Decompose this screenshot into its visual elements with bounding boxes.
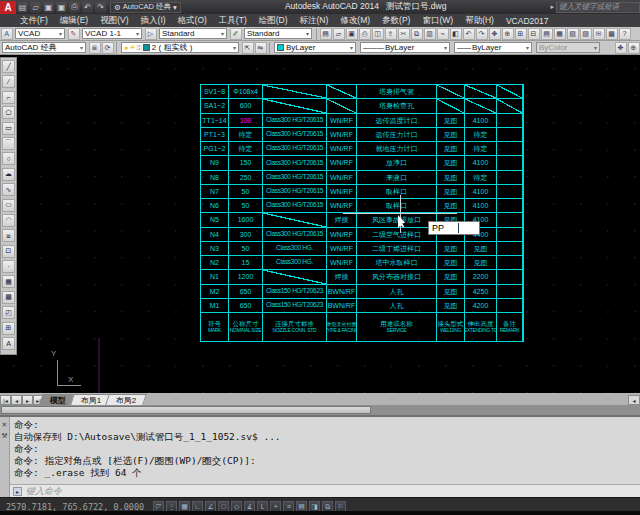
tool-palettes-icon[interactable]: ▧ (567, 28, 579, 40)
help-icon[interactable]: ? (619, 28, 631, 40)
save-as-icon[interactable]: ▣ (56, 2, 67, 13)
make-block-icon[interactable]: ⊡ (2, 245, 15, 258)
design-center-icon[interactable]: ▦ (554, 28, 566, 40)
layer-previous-icon[interactable]: ⇋ (255, 42, 267, 54)
zoom-window-icon[interactable]: ⊞ (515, 28, 527, 40)
zoom-previous-icon[interactable]: ⊟ (528, 28, 540, 40)
scrollbar-thumb[interactable] (1, 406, 371, 414)
open-file-icon[interactable]: ▱ (30, 2, 41, 13)
cut-icon[interactable]: ✂ (398, 28, 410, 40)
menu-标注(N)[interactable]: 标注(N) (294, 15, 335, 27)
tab-布局2[interactable]: 布局2 (106, 394, 148, 405)
plot-preview-icon[interactable]: ◫ (372, 28, 384, 40)
undo-icon[interactable]: ↶ (82, 2, 93, 13)
publish-icon[interactable]: ⇪ (385, 28, 397, 40)
menu-参数(P)[interactable]: 参数(P) (376, 15, 416, 27)
menu-插入(I)[interactable]: 插入(I) (135, 15, 172, 27)
lineweight-combo[interactable]: —— ByLayer▾ (454, 42, 532, 53)
circle-icon[interactable]: ○ (2, 152, 15, 165)
vcad-11-combo[interactable]: VCAD 1-1▾ (82, 28, 142, 39)
layer-combo[interactable]: ●☀⚿ 2 ( 粗实线 )▾ (121, 42, 239, 53)
menu-视图(V)[interactable]: 视图(V) (94, 15, 134, 27)
mtext-icon[interactable]: A (2, 337, 15, 350)
command-input[interactable]: 键入命令 (26, 485, 62, 498)
command-window-grip[interactable]: ✕ ⚒ (0, 417, 10, 497)
ellipse-icon[interactable]: ⬭ (2, 199, 15, 212)
region-icon[interactable]: ◰ (2, 306, 15, 319)
help-search-input[interactable]: 键入关键字或短语 (556, 2, 640, 13)
command-input-row[interactable]: ▸ 键入命令 (10, 484, 640, 497)
dim-style-combo[interactable]: Standard▾ (244, 28, 312, 39)
plot-icon[interactable]: ⎙ (359, 28, 371, 40)
arc-icon[interactable]: ⌒ (2, 137, 15, 150)
rectangle-icon[interactable]: ▭ (2, 122, 15, 135)
block-editor-icon[interactable]: ◧ (450, 28, 462, 40)
gradient-icon[interactable]: ▩ (2, 291, 15, 304)
vcad-combo[interactable]: VCAD▾ (15, 28, 65, 39)
insert-block-icon[interactable]: ⧈ (2, 229, 15, 242)
markup-icon[interactable]: ✉ (593, 28, 605, 40)
menu-格式(O)[interactable]: 格式(O) (172, 15, 213, 27)
ellipse-arc-icon[interactable]: ◠ (2, 214, 15, 227)
redo-icon[interactable]: ↷ (476, 28, 488, 40)
zoom-realtime-icon[interactable]: ⊕ (502, 28, 514, 40)
plot-icon[interactable]: ⎙ (69, 2, 80, 13)
vcad-style-icon[interactable]: ✎ (68, 28, 80, 40)
menu-VCAD2017[interactable]: VCAD2017 (500, 16, 555, 26)
vcad-plugin-icon[interactable]: A (1, 28, 13, 40)
undo-icon[interactable]: ↶ (463, 28, 475, 40)
sheet-set-icon[interactable]: ▨ (580, 28, 592, 40)
menu-工具(T)[interactable]: 工具(T) (213, 15, 253, 27)
new-icon[interactable]: ▤ (320, 28, 332, 40)
color-combo[interactable]: ByLayer▾ (274, 42, 356, 53)
autocad-logo-icon[interactable]: A (0, 1, 16, 14)
construction-line-icon[interactable]: ⁄ (2, 75, 15, 88)
menu-绘图(D)[interactable]: 绘图(D) (253, 15, 294, 27)
quickcalc-icon[interactable]: ▩ (606, 28, 618, 40)
dynamic-input-box[interactable]: PP (428, 221, 480, 235)
search-expand-icon[interactable]: ▸ (550, 3, 554, 11)
polyline-icon[interactable]: ⌐ (2, 91, 15, 104)
menu-文件(F)[interactable]: 文件(F) (14, 15, 54, 27)
layer-states-icon[interactable]: ⟳ (102, 42, 114, 54)
prev-tab-icon[interactable]: ◂ (11, 395, 22, 405)
save-icon[interactable]: ▣ (346, 28, 358, 40)
copy-icon[interactable]: ⧉ (411, 28, 423, 40)
pan-icon[interactable]: ✥ (615, 42, 627, 54)
menu-修改(M)[interactable]: 修改(M) (334, 15, 376, 27)
make-object-layer-current-icon[interactable]: ⇱ (242, 42, 254, 54)
drawing-canvas[interactable]: ╱⁄⌐⬠▭⌒○☁∿⬭◠⧈⊡·▦▩◰⊞A SV1~8Φ108x4塔身排气管SA1~… (0, 55, 640, 393)
line-icon[interactable]: ╱ (2, 60, 15, 73)
wrench-icon[interactable]: ⚒ (1, 432, 7, 440)
point-icon[interactable]: · (2, 260, 15, 273)
paste-icon[interactable]: ▥ (424, 28, 436, 40)
text-style-combo[interactable]: Standard▾ (159, 28, 227, 39)
command-prompt-icon[interactable]: ▸ (13, 487, 22, 496)
menu-编辑(E)[interactable]: 编辑(E) (54, 15, 94, 27)
layer-properties-icon[interactable]: ≣ (89, 42, 101, 54)
pan-icon[interactable]: ✥ (489, 28, 501, 40)
workspace-combo[interactable]: AutoCAD 经典▾ (2, 42, 86, 53)
hatch-icon[interactable]: ▦ (2, 275, 15, 288)
spline-icon[interactable]: ∿ (2, 183, 15, 196)
new-file-icon[interactable]: ▤ (17, 2, 28, 13)
polygon-icon[interactable]: ⬠ (2, 106, 15, 119)
open-icon[interactable]: ▱ (333, 28, 345, 40)
tab-scroll-left-icon[interactable]: ◂ (628, 395, 640, 405)
menu-窗口(W)[interactable]: 窗口(W) (416, 15, 459, 27)
match-properties-icon[interactable]: ⌁ (437, 28, 449, 40)
table-icon[interactable]: ⊞ (2, 322, 15, 335)
linetype-combo[interactable]: ——— ByLayer▾ (360, 42, 450, 53)
redo-icon[interactable]: ↷ (95, 2, 106, 13)
save-icon[interactable]: ▣ (43, 2, 54, 13)
horizontal-scrollbar[interactable] (0, 405, 640, 415)
dim-style-icon[interactable]: ✐ (230, 28, 242, 40)
menu-帮助(H)[interactable]: 帮助(H) (459, 15, 500, 27)
revcloud-icon[interactable]: ☁ (2, 168, 15, 181)
close-icon[interactable]: ✕ (2, 421, 8, 429)
properties-icon[interactable]: ▤ (541, 28, 553, 40)
zoom-icon[interactable]: ⊕ (628, 42, 640, 54)
first-tab-icon[interactable]: |◂ (0, 395, 11, 405)
quick-workspace-combo[interactable]: ⚙ AutoCAD 经典 ▾ (110, 2, 181, 13)
text-style-icon[interactable]: ▷ (145, 28, 157, 40)
